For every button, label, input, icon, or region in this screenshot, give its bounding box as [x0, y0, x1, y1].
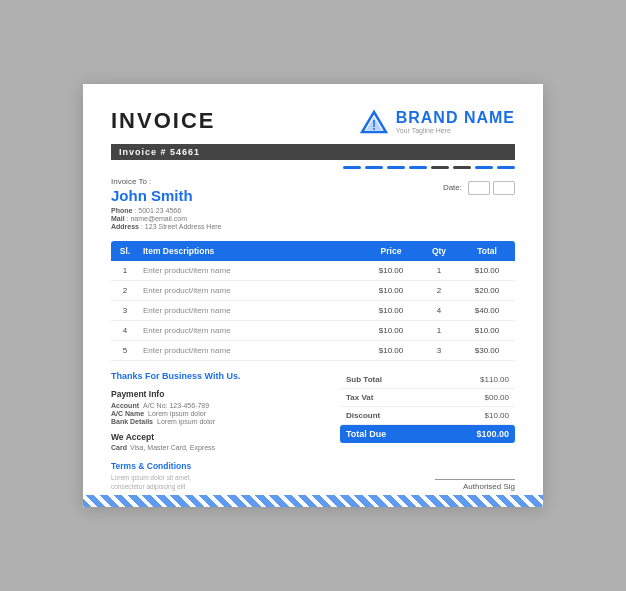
invoice-document: INVOICE BRAND NAME Your Tagline Here Inv…: [83, 84, 543, 507]
payment-bank: Bank Details Lorem ipsum dolor: [111, 418, 330, 425]
account-value: A/C No: 123-456-789: [143, 402, 209, 409]
bank-value: Lorem ipsum dolor: [157, 418, 215, 425]
bank-label: Bank Details: [111, 418, 153, 425]
subtotal-label: Sub Total: [346, 375, 382, 384]
row5-qty: 3: [419, 346, 459, 355]
invoice-number: Invoice # 54661: [119, 147, 200, 157]
invoice-to-label: Invoice To :: [111, 177, 222, 186]
date-area: Date:: [443, 181, 515, 195]
dash-3: [387, 166, 405, 169]
col-price: Price: [363, 246, 419, 256]
row4-desc: Enter product/item name: [139, 326, 363, 335]
brand-text: BRAND NAME Your Tagline Here: [396, 109, 515, 134]
terms-area: Terms & Conditions Lorem ipsum dolor sit…: [111, 461, 435, 491]
row3-desc: Enter product/item name: [139, 306, 363, 315]
row2-total: $20.00: [459, 286, 515, 295]
table-row: 2 Enter product/item name $10.00 2 $20.0…: [111, 281, 515, 301]
row3-sl: 3: [111, 306, 139, 315]
terms-label: Terms & Conditions: [111, 461, 435, 471]
dash-7: [475, 166, 493, 169]
payment-account: Account A/C No: 123-456-789: [111, 402, 330, 409]
phone-label: Phone: [111, 207, 132, 214]
signature-area: Authorised Sig: [435, 479, 515, 491]
address-label: Address: [111, 223, 139, 230]
phone-value: 5001 23 4566: [138, 207, 181, 214]
tax-value: $00.00: [485, 393, 509, 402]
row3-price: $10.00: [363, 306, 419, 315]
row5-desc: Enter product/item name: [139, 346, 363, 355]
row1-qty: 1: [419, 266, 459, 275]
col-desc: Item Descriptions: [139, 246, 363, 256]
row3-qty: 4: [419, 306, 459, 315]
we-accept-label: We Accept: [111, 432, 330, 442]
invoice-to-section: Invoice To : John Smith Phone : 5001 23 …: [111, 177, 222, 231]
table-header: Sl. Item Descriptions Price Qty Total: [111, 241, 515, 261]
dash-4: [409, 166, 427, 169]
dash-1: [343, 166, 361, 169]
row5-sl: 5: [111, 346, 139, 355]
row1-price: $10.00: [363, 266, 419, 275]
accept-card: Card Visa, Master Card, Express: [111, 444, 330, 451]
table-row: 3 Enter product/item name $10.00 4 $40.0…: [111, 301, 515, 321]
payment-acname: A/C Name Lorem ipsum dolor: [111, 410, 330, 417]
table-row: 1 Enter product/item name $10.00 1 $10.0…: [111, 261, 515, 281]
date-box-1[interactable]: [468, 181, 490, 195]
row4-qty: 1: [419, 326, 459, 335]
col-sl: Sl.: [111, 246, 139, 256]
terms-text: Lorem ipsum dolor sit amet,consectetur a…: [111, 473, 435, 491]
discount-row: Discount $10.00: [340, 407, 515, 425]
dash-6: [453, 166, 471, 169]
row1-desc: Enter product/item name: [139, 266, 363, 275]
subtotal-value: $110.00: [480, 375, 509, 384]
row2-sl: 2: [111, 286, 139, 295]
brand-area: BRAND NAME Your Tagline Here: [360, 108, 515, 136]
bottom-stripe: [83, 495, 543, 507]
date-boxes: [468, 181, 515, 195]
terms-sig-row: Terms & Conditions Lorem ipsum dolor sit…: [111, 461, 515, 491]
thanks-text: Thanks For Business With Us.: [111, 371, 330, 381]
discount-value: $10.00: [485, 411, 509, 420]
discount-label: Discount: [346, 411, 380, 420]
left-bottom: Thanks For Business With Us. Payment Inf…: [111, 371, 330, 451]
brand-tagline: Your Tagline Here: [396, 127, 515, 134]
address-row: Address : 123 Street Address Here: [111, 223, 222, 230]
totals-section: Sub Total $110.00 Tax Vat $00.00 Discoun…: [340, 371, 515, 451]
row5-total: $30.00: [459, 346, 515, 355]
account-label: Account: [111, 402, 139, 409]
col-total: Total: [459, 246, 515, 256]
mail-row: Mail : name@email.com: [111, 215, 222, 222]
dash-2: [365, 166, 383, 169]
dash-8: [497, 166, 515, 169]
invoice-title: INVOICE: [111, 108, 215, 134]
invoice-number-bar: Invoice # 54661: [111, 144, 515, 160]
card-value: Visa, Master Card, Express: [130, 444, 215, 451]
signature-text: Authorised Sig: [463, 482, 515, 491]
subtotal-row: Sub Total $110.00: [340, 371, 515, 389]
row3-total: $40.00: [459, 306, 515, 315]
col-qty: Qty: [419, 246, 459, 256]
date-label: Date:: [443, 183, 462, 192]
row1-sl: 1: [111, 266, 139, 275]
row2-qty: 2: [419, 286, 459, 295]
dashed-separator: [111, 166, 515, 169]
phone-row: Phone : 5001 23 4566: [111, 207, 222, 214]
row4-total: $10.00: [459, 326, 515, 335]
row4-sl: 4: [111, 326, 139, 335]
row4-price: $10.00: [363, 326, 419, 335]
brand-name: BRAND NAME: [396, 109, 515, 127]
invoice-header: INVOICE BRAND NAME Your Tagline Here: [111, 108, 515, 136]
tax-label: Tax Vat: [346, 393, 373, 402]
bottom-section: Thanks For Business With Us. Payment Inf…: [111, 371, 515, 451]
mail-label: Mail: [111, 215, 125, 222]
row1-total: $10.00: [459, 266, 515, 275]
card-label: Card: [111, 444, 127, 451]
row2-desc: Enter product/item name: [139, 286, 363, 295]
acname-label: A/C Name: [111, 410, 144, 417]
date-box-2[interactable]: [493, 181, 515, 195]
table-row: 4 Enter product/item name $10.00 1 $10.0…: [111, 321, 515, 341]
total-due-row: Total Due $100.00: [340, 425, 515, 443]
table-row: 5 Enter product/item name $10.00 3 $30.0…: [111, 341, 515, 361]
row5-price: $10.00: [363, 346, 419, 355]
payment-info-label: Payment Info: [111, 389, 330, 399]
dash-5: [431, 166, 449, 169]
